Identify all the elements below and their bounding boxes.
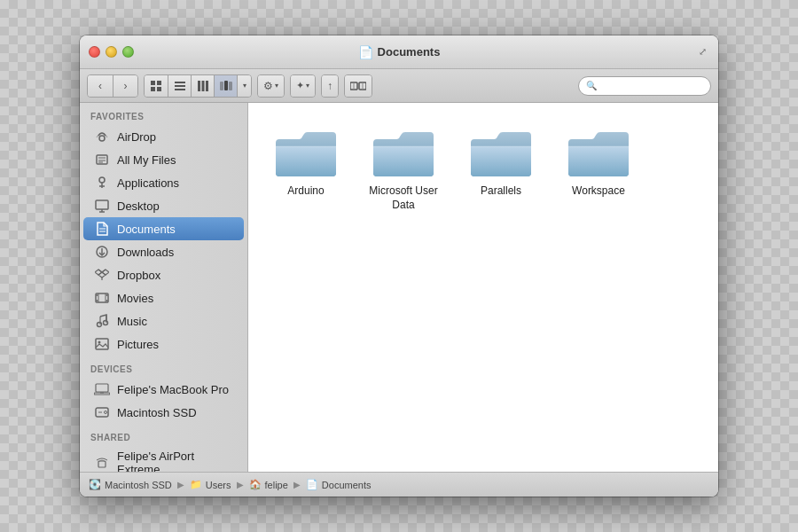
svg-rect-8: [201, 81, 204, 91]
folder-arduino[interactable]: Arduino: [266, 121, 346, 217]
svg-rect-9: [206, 81, 208, 91]
minimize-button[interactable]: [106, 46, 117, 58]
folder-name-parallels: Parallels: [481, 184, 521, 199]
info-button[interactable]: [345, 75, 372, 97]
felipe-breadcrumb-icon: 🏠: [249, 479, 262, 490]
forward-button[interactable]: ›: [113, 75, 137, 97]
svg-rect-6: [175, 89, 185, 90]
svg-rect-11: [224, 81, 228, 90]
macintosh-ssd-label: Macintosh SSD: [117, 406, 197, 419]
downloads-icon: [94, 244, 110, 260]
share-button[interactable]: ↑: [322, 75, 338, 97]
svg-rect-7: [198, 81, 200, 91]
maximize-button[interactable]: [122, 46, 134, 58]
svg-rect-2: [151, 87, 155, 91]
folder-icon-microsoft: [372, 127, 435, 178]
titlebar: 📄 Documents ⤢: [80, 35, 718, 69]
svg-rect-10: [220, 82, 223, 90]
breadcrumb-documents[interactable]: 📄 Documents: [306, 479, 372, 490]
sidebar-item-airdrop[interactable]: AirDrop: [83, 125, 244, 148]
svg-rect-12: [229, 82, 232, 90]
search-box[interactable]: 🔍: [578, 76, 711, 96]
svg-rect-48: [96, 339, 108, 349]
statusbar: 💽 Macintosh SSD ▶ 📁 Users ▶ 🏠 felipe ▶ 📄…: [80, 472, 718, 497]
svg-marker-34: [102, 270, 109, 275]
back-button[interactable]: ‹: [88, 75, 113, 97]
breadcrumb-users[interactable]: 📁 Users: [190, 479, 231, 490]
sidebar-item-documents[interactable]: Documents: [83, 217, 244, 240]
view-coverflow-button[interactable]: [214, 75, 237, 97]
sidebar-item-macintosh-ssd[interactable]: Macintosh SSD: [83, 401, 244, 424]
folder-parallels[interactable]: Parallels: [461, 121, 541, 217]
view-dropdown-button[interactable]: ▾: [237, 75, 251, 97]
info-icon: [350, 81, 366, 91]
music-icon: [94, 313, 110, 329]
action-gear-group: ⚙ ▾: [257, 74, 285, 98]
macintosh-ssd-breadcrumb-icon: 💽: [89, 479, 101, 490]
svg-rect-1: [157, 81, 161, 85]
sidebar-item-music[interactable]: Music: [83, 309, 244, 332]
breadcrumb-arrow-3: ▶: [293, 480, 301, 489]
gear-action-button[interactable]: ⚙ ▾: [258, 75, 284, 97]
list-view-icon: [175, 81, 185, 91]
svg-rect-0: [151, 81, 155, 85]
sidebar-item-movies[interactable]: Movies: [83, 286, 244, 309]
svg-rect-56: [98, 461, 106, 467]
svg-rect-25: [96, 200, 108, 209]
share-icon: ↑: [327, 80, 332, 92]
macbook-pro-icon: [94, 381, 110, 397]
airdrop-label: AirDrop: [117, 130, 156, 144]
svg-point-44: [98, 323, 102, 327]
icon-view-icon: [151, 81, 161, 91]
svg-point-49: [98, 341, 101, 344]
folder-name-microsoft-user-data: Microsoft User Data: [369, 184, 438, 212]
svg-rect-3: [157, 87, 161, 91]
folder-workspace[interactable]: Workspace: [559, 121, 638, 217]
dropbox-sidebar-icon: [94, 267, 110, 283]
documents-icon: [94, 221, 110, 237]
toolbar: ‹ ›: [80, 69, 718, 103]
dropbox-label: Dropbox: [117, 269, 160, 282]
svg-point-43: [106, 300, 108, 301]
finder-window: 📄 Documents ⤢ ‹ ›: [80, 35, 718, 497]
breadcrumb-macintosh-ssd[interactable]: 💽 Macintosh SSD: [89, 479, 172, 490]
view-column-button[interactable]: [191, 75, 214, 97]
sidebar-item-dropbox[interactable]: Dropbox: [83, 263, 244, 286]
movies-icon: [94, 290, 110, 306]
desktop-icon: [94, 198, 110, 214]
coverflow-view-icon: [220, 81, 232, 91]
sidebar-item-desktop[interactable]: Desktop: [83, 194, 244, 217]
sidebar-item-all-my-files[interactable]: All My Files: [83, 148, 244, 171]
share-group: ↑: [321, 74, 339, 98]
sidebar-item-applications[interactable]: Applications: [83, 171, 244, 194]
documents-label: Documents: [117, 223, 176, 236]
users-breadcrumb-icon: 📁: [190, 479, 202, 490]
airdrop-icon: [94, 129, 110, 145]
folder-name-workspace: Workspace: [572, 184, 625, 199]
file-area: Arduino: [248, 103, 718, 472]
folder-icon-workspace: [567, 127, 630, 178]
sidebar-item-downloads[interactable]: Downloads: [83, 240, 244, 263]
close-button[interactable]: [89, 46, 100, 58]
dropbox-button[interactable]: ✦ ▾: [291, 75, 315, 97]
gear-icon: ⚙: [263, 80, 273, 92]
sidebar-item-airport-extreme[interactable]: Felipe's AirPort Extreme: [83, 446, 244, 472]
music-label: Music: [117, 315, 147, 328]
view-list-button[interactable]: [168, 75, 191, 97]
search-icon: 🔍: [586, 81, 597, 90]
breadcrumb-arrow-1: ▶: [177, 480, 184, 489]
movies-label: Movies: [117, 292, 153, 305]
folder-microsoft-user-data[interactable]: Microsoft User Data: [364, 121, 443, 217]
svg-rect-4: [175, 82, 185, 83]
desktop-label: Desktop: [117, 200, 160, 213]
expand-button[interactable]: ⤢: [695, 45, 709, 59]
svg-marker-35: [98, 272, 106, 278]
view-icon-button[interactable]: [145, 75, 168, 97]
all-my-files-label: All My Files: [117, 153, 176, 167]
search-input[interactable]: [600, 81, 703, 91]
sidebar-item-macbook-pro[interactable]: Felipe's MacBook Pro: [83, 378, 244, 401]
sidebar-item-pictures[interactable]: Pictures: [83, 332, 244, 356]
breadcrumb-felipe[interactable]: 🏠 felipe: [249, 479, 288, 490]
applications-icon: [94, 175, 110, 191]
svg-point-22: [99, 177, 105, 183]
